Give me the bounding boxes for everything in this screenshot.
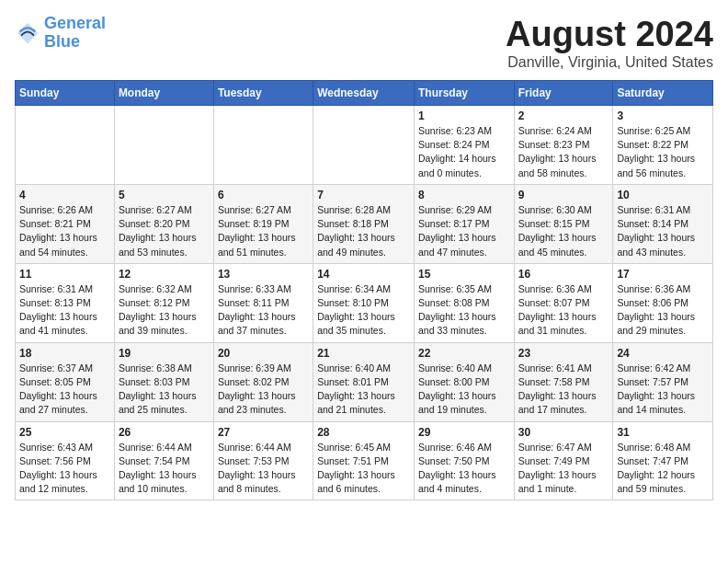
day-content: Sunrise: 6:44 AM Sunset: 7:54 PM Dayligh… (119, 441, 210, 497)
day-content: Sunrise: 6:33 AM Sunset: 8:11 PM Dayligh… (218, 282, 309, 339)
day-number: 15 (418, 268, 510, 281)
day-content: Sunrise: 6:31 AM Sunset: 8:13 PM Dayligh… (19, 282, 110, 339)
calendar-cell: 4Sunrise: 6:26 AM Sunset: 8:21 PM Daylig… (16, 184, 115, 263)
calendar-cell: 28Sunrise: 6:45 AM Sunset: 7:51 PM Dayli… (313, 421, 415, 500)
day-number: 14 (317, 268, 410, 281)
day-number: 19 (119, 347, 210, 360)
day-number: 17 (617, 268, 709, 281)
calendar-cell: 2Sunrise: 6:24 AM Sunset: 8:23 PM Daylig… (514, 106, 613, 185)
day-content: Sunrise: 6:48 AM Sunset: 7:47 PM Dayligh… (617, 441, 709, 497)
day-number: 5 (119, 189, 210, 201)
day-content: Sunrise: 6:43 AM Sunset: 7:56 PM Dayligh… (19, 441, 110, 497)
day-header-thursday: Thursday (414, 81, 514, 106)
page-header: General Blue August 2024 Danville, Virgi… (15, 15, 713, 71)
calendar-cell: 29Sunrise: 6:46 AM Sunset: 7:50 PM Dayli… (414, 421, 514, 500)
calendar-cell (16, 106, 115, 185)
day-content: Sunrise: 6:46 AM Sunset: 7:50 PM Dayligh… (418, 441, 510, 497)
day-number: 7 (317, 189, 410, 201)
day-content: Sunrise: 6:37 AM Sunset: 8:05 PM Dayligh… (19, 362, 110, 418)
calendar-cell: 30Sunrise: 6:47 AM Sunset: 7:49 PM Dayli… (514, 421, 613, 500)
calendar-cell: 25Sunrise: 6:43 AM Sunset: 7:56 PM Dayli… (16, 421, 115, 500)
location: Danville, Virginia, United States (506, 54, 713, 71)
day-content: Sunrise: 6:27 AM Sunset: 8:19 PM Dayligh… (218, 203, 309, 259)
header-row: SundayMondayTuesdayWednesdayThursdayFrid… (16, 81, 713, 106)
calendar-cell: 7Sunrise: 6:28 AM Sunset: 8:18 PM Daylig… (313, 184, 415, 263)
day-content: Sunrise: 6:23 AM Sunset: 8:24 PM Dayligh… (418, 124, 510, 180)
day-content: Sunrise: 6:36 AM Sunset: 8:06 PM Dayligh… (617, 282, 709, 339)
week-row-4: 18Sunrise: 6:37 AM Sunset: 8:05 PM Dayli… (16, 342, 713, 421)
day-number: 26 (119, 426, 210, 439)
calendar-cell: 23Sunrise: 6:41 AM Sunset: 7:58 PM Dayli… (514, 342, 613, 421)
day-number: 4 (19, 189, 110, 201)
calendar-cell (213, 106, 313, 185)
calendar-cell: 27Sunrise: 6:44 AM Sunset: 7:53 PM Dayli… (213, 421, 313, 500)
day-content: Sunrise: 6:40 AM Sunset: 8:01 PM Dayligh… (317, 362, 410, 418)
day-number: 12 (119, 268, 210, 281)
day-number: 27 (218, 426, 309, 439)
week-row-1: 1Sunrise: 6:23 AM Sunset: 8:24 PM Daylig… (16, 106, 713, 185)
calendar-cell: 6Sunrise: 6:27 AM Sunset: 8:19 PM Daylig… (213, 184, 313, 263)
logo: General Blue (15, 15, 106, 52)
title-block: August 2024 Danville, Virginia, United S… (506, 15, 713, 71)
calendar-cell: 11Sunrise: 6:31 AM Sunset: 8:13 PM Dayli… (16, 263, 115, 342)
day-content: Sunrise: 6:24 AM Sunset: 8:23 PM Dayligh… (518, 124, 609, 180)
logo-icon (15, 20, 40, 46)
day-content: Sunrise: 6:31 AM Sunset: 8:14 PM Dayligh… (617, 203, 709, 259)
day-content: Sunrise: 6:47 AM Sunset: 7:49 PM Dayligh… (518, 441, 609, 497)
calendar-cell: 24Sunrise: 6:42 AM Sunset: 7:57 PM Dayli… (613, 342, 713, 421)
day-header-friday: Friday (514, 81, 613, 106)
day-number: 23 (518, 347, 609, 360)
day-content: Sunrise: 6:30 AM Sunset: 8:15 PM Dayligh… (518, 203, 609, 259)
day-number: 20 (218, 347, 309, 360)
calendar-cell: 22Sunrise: 6:40 AM Sunset: 8:00 PM Dayli… (414, 342, 514, 421)
day-content: Sunrise: 6:35 AM Sunset: 8:08 PM Dayligh… (418, 282, 510, 339)
day-header-tuesday: Tuesday (213, 81, 313, 106)
calendar-cell: 16Sunrise: 6:36 AM Sunset: 8:07 PM Dayli… (514, 263, 613, 342)
day-content: Sunrise: 6:41 AM Sunset: 7:58 PM Dayligh… (518, 362, 609, 418)
day-number: 18 (19, 347, 110, 360)
calendar-cell: 21Sunrise: 6:40 AM Sunset: 8:01 PM Dayli… (313, 342, 415, 421)
calendar-cell: 18Sunrise: 6:37 AM Sunset: 8:05 PM Dayli… (16, 342, 115, 421)
day-number: 24 (617, 347, 709, 360)
day-content: Sunrise: 6:29 AM Sunset: 8:17 PM Dayligh… (418, 203, 510, 259)
day-number: 10 (617, 189, 709, 201)
day-content: Sunrise: 6:36 AM Sunset: 8:07 PM Dayligh… (518, 282, 609, 339)
week-row-3: 11Sunrise: 6:31 AM Sunset: 8:13 PM Dayli… (16, 263, 713, 342)
calendar-cell: 13Sunrise: 6:33 AM Sunset: 8:11 PM Dayli… (213, 263, 313, 342)
calendar-cell: 19Sunrise: 6:38 AM Sunset: 8:03 PM Dayli… (114, 342, 213, 421)
calendar-cell: 10Sunrise: 6:31 AM Sunset: 8:14 PM Dayli… (613, 184, 713, 263)
calendar-cell: 15Sunrise: 6:35 AM Sunset: 8:08 PM Dayli… (414, 263, 514, 342)
day-content: Sunrise: 6:44 AM Sunset: 7:53 PM Dayligh… (218, 441, 309, 497)
day-content: Sunrise: 6:38 AM Sunset: 8:03 PM Dayligh… (119, 362, 210, 418)
calendar-cell: 1Sunrise: 6:23 AM Sunset: 8:24 PM Daylig… (414, 106, 514, 185)
day-number: 16 (518, 268, 609, 281)
calendar-table: SundayMondayTuesdayWednesdayThursdayFrid… (15, 80, 713, 500)
calendar-cell: 5Sunrise: 6:27 AM Sunset: 8:20 PM Daylig… (114, 184, 213, 263)
week-row-5: 25Sunrise: 6:43 AM Sunset: 7:56 PM Dayli… (16, 421, 713, 500)
day-header-wednesday: Wednesday (313, 81, 415, 106)
day-content: Sunrise: 6:25 AM Sunset: 8:22 PM Dayligh… (617, 124, 709, 180)
day-number: 21 (317, 347, 410, 360)
day-number: 2 (518, 109, 609, 122)
day-number: 13 (218, 268, 309, 281)
calendar-cell: 3Sunrise: 6:25 AM Sunset: 8:22 PM Daylig… (613, 106, 713, 185)
day-number: 25 (19, 426, 110, 439)
logo-blue: Blue (44, 32, 80, 51)
calendar-cell (313, 106, 415, 185)
logo-general: General (44, 14, 106, 32)
day-number: 29 (418, 426, 510, 439)
day-number: 22 (418, 347, 510, 360)
calendar-cell (114, 106, 213, 185)
day-number: 8 (418, 189, 510, 201)
day-header-saturday: Saturday (613, 81, 713, 106)
day-number: 6 (218, 189, 309, 201)
day-number: 3 (617, 109, 709, 122)
day-number: 31 (617, 426, 709, 439)
calendar-cell: 20Sunrise: 6:39 AM Sunset: 8:02 PM Dayli… (213, 342, 313, 421)
day-content: Sunrise: 6:40 AM Sunset: 8:00 PM Dayligh… (418, 362, 510, 418)
calendar-cell: 12Sunrise: 6:32 AM Sunset: 8:12 PM Dayli… (114, 263, 213, 342)
day-content: Sunrise: 6:27 AM Sunset: 8:20 PM Dayligh… (119, 203, 210, 259)
calendar-cell: 8Sunrise: 6:29 AM Sunset: 8:17 PM Daylig… (414, 184, 514, 263)
day-content: Sunrise: 6:26 AM Sunset: 8:21 PM Dayligh… (19, 203, 110, 259)
day-header-monday: Monday (114, 81, 213, 106)
